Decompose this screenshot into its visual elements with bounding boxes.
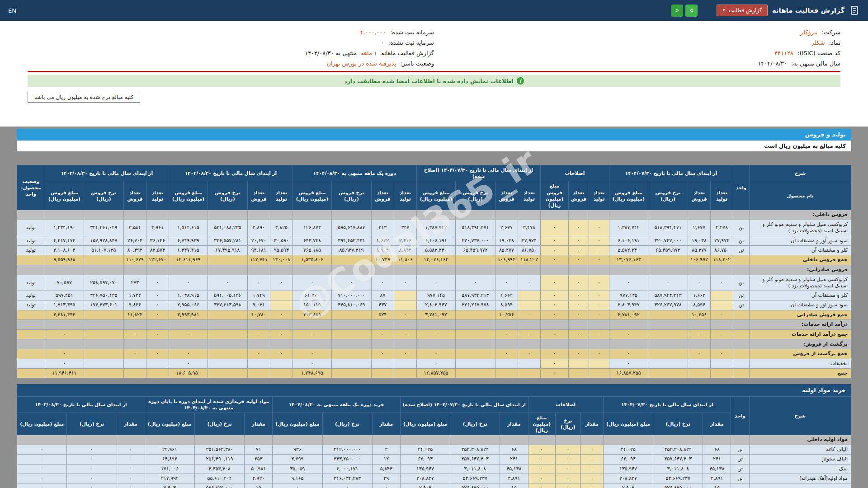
table-cell xyxy=(322,435,372,445)
symbol-link[interactable]: شکلر xyxy=(811,39,825,46)
table-cell: ۰ xyxy=(292,349,331,359)
table-cell xyxy=(609,265,648,275)
table-cell: جمع فروش داخلی xyxy=(750,255,851,265)
table-cell: ۱۲۲,۶۷۰ xyxy=(146,255,169,265)
table-cell: ۰ xyxy=(555,474,580,483)
table-cell: مواد اولیه(آهک هیدراته) xyxy=(749,474,851,483)
table-cell: تن xyxy=(731,464,749,474)
table-cell xyxy=(208,349,247,359)
table-cell: ۰ xyxy=(146,291,169,300)
column-header: تعداد فروش xyxy=(123,181,146,210)
table-cell: ۹,۰۳۱ xyxy=(247,300,270,310)
table-cell: ۰ xyxy=(540,368,568,378)
next-period-button[interactable]: > xyxy=(685,5,698,17)
table-cell: ۱۵ xyxy=(500,483,528,488)
table-row: سود سوز آور و مشتقات آنتن۲۷,۹۷۴۱۹,۰۳۸۳۲۰… xyxy=(17,236,851,245)
table-cell xyxy=(648,330,688,339)
table-cell xyxy=(733,320,750,330)
table-cell xyxy=(711,339,733,349)
table-cell xyxy=(67,435,117,445)
table-cell: ۰ xyxy=(589,291,609,300)
table-cell xyxy=(733,265,750,275)
table-cell: ۱۱,۸۲۲ xyxy=(123,310,146,319)
table-cell xyxy=(518,265,540,275)
table-cell: ۰ xyxy=(372,483,400,488)
table-cell xyxy=(518,300,540,310)
column-header: تعداد فروش xyxy=(371,181,394,210)
table-cell: ۰ xyxy=(528,455,555,464)
table-row: جمع فروش داخلی۱۱۸,۲۰۲۱۰۶,۹۹۲۱۳,۰۷۶,۱۶۳۰۰… xyxy=(17,255,851,265)
table-cell: ۰ xyxy=(123,349,146,359)
table-cell: ۰ xyxy=(568,300,589,310)
info-label: کد صنعت (ISIC): xyxy=(797,50,840,56)
company-link[interactable]: نیروکلر xyxy=(800,29,818,36)
table-cell: تولید xyxy=(17,291,45,300)
table-cell: ۲۷,۹۷۴ xyxy=(711,236,733,245)
table-cell: ۲۵۷,۶۴۷,۳۰۳ xyxy=(653,455,703,464)
table-cell xyxy=(331,210,371,220)
report-type-dropdown[interactable]: گزارش فعالیت ▼ xyxy=(717,5,768,16)
table-cell: ۶۴,۸۹۲ xyxy=(145,455,194,464)
prev-period-button[interactable]: < xyxy=(671,5,683,17)
table-cell: ۰ xyxy=(169,349,208,359)
table-cell: ۳,۵۸۴ xyxy=(123,220,146,236)
table-cell: ۰ xyxy=(580,464,603,474)
column-header: شرح xyxy=(750,165,851,181)
table-cell: ۷,۹۰۳ xyxy=(145,483,194,488)
table-cell: ۹,۸۲۶ xyxy=(123,300,146,310)
table-row: سود سوز آور و مشتقات آنتن۸,۵۹۴۳۲۶,۲۶۷,۹۷… xyxy=(17,300,851,310)
table-cell: ۸۶,۷۵۰ xyxy=(711,245,733,255)
table-cell: ۱۷۱,۰۰۶ xyxy=(145,464,194,474)
table-cell xyxy=(292,339,331,349)
table-cell: ۰ xyxy=(609,349,648,359)
table-cell: ۳,۰۱۱,۸۰۸ xyxy=(450,464,500,474)
report-body: تولید و فروش کلیه مبالغ به میلیون ریال ا… xyxy=(0,127,868,488)
table-cell xyxy=(146,368,169,378)
registered-capital-field: سرمایه ثبت شده: ۴,۰۰۰,۰۰۰ xyxy=(28,27,434,38)
table-cell xyxy=(245,435,273,445)
column-header: مقدار xyxy=(580,413,603,435)
table-cell: جمع xyxy=(750,368,851,378)
table-cell: ۰ xyxy=(555,464,580,474)
table-cell: ۰ xyxy=(67,445,117,455)
table-cell: ۰ xyxy=(371,349,394,359)
table-cell xyxy=(208,310,247,319)
amounts-note-wrap: کلیه مبالغ درج شده به میلیون ریال می باش… xyxy=(28,92,840,103)
table-cell: ۰ xyxy=(540,349,568,359)
table-cell xyxy=(372,435,400,445)
language-toggle[interactable]: EN xyxy=(8,7,16,14)
table-cell xyxy=(17,210,45,220)
table-cell xyxy=(371,339,394,349)
table-cell: ۲,۶۷۷ xyxy=(688,220,711,236)
table-cell: ۳۲۶,۲۶۷,۹۷۸ xyxy=(648,300,688,310)
table-cell: نمک xyxy=(749,464,851,474)
table-cell: ۱,۶۳۲ xyxy=(371,236,394,245)
column-header: تعداد تولید xyxy=(589,181,609,210)
table-cell xyxy=(292,210,331,220)
table-cell: ۱۳,۰۷۶,۱۶۳ xyxy=(416,255,455,265)
table-cell: ۵,۸۴۳ xyxy=(372,464,400,474)
table-cell: ۲۴,۹۶۱ xyxy=(145,445,194,455)
table-cell: ۰ xyxy=(518,310,540,319)
table-row: کلر و مشتقات آنتن۱,۶۶۲۵۸۷,۹۳۳,۲۱۳۹۷۷,۱۴۵… xyxy=(17,291,851,300)
table-cell: ۶۱,۷۷۰ xyxy=(292,291,331,300)
table-cell xyxy=(208,265,247,275)
table-cell xyxy=(371,265,394,275)
info-icon: i xyxy=(517,77,524,84)
table-cell: ۰ xyxy=(416,330,455,339)
column-header: نرخ (ریال) xyxy=(555,413,580,435)
table-cell xyxy=(455,265,495,275)
column-header: نرخ (ریال) xyxy=(653,413,703,435)
table-cell: ۰ xyxy=(518,275,540,291)
table-cell xyxy=(495,339,518,349)
table-cell: ۹۷۷,۱۴۵ xyxy=(416,291,455,300)
table-cell: ۰ xyxy=(416,349,455,359)
period-nav: > < xyxy=(671,5,698,17)
period-link[interactable]: ۱ ماهه xyxy=(361,50,377,56)
table-cell: ۵۱۸,۳۹۴,۴۷۱ xyxy=(648,220,688,236)
table-cell xyxy=(146,210,169,220)
table-cell: ۰ xyxy=(45,349,84,359)
column-header: تعداد فروش xyxy=(568,181,589,210)
table-cell: ۰ xyxy=(117,445,145,455)
table-cell: ۰ xyxy=(247,275,270,291)
